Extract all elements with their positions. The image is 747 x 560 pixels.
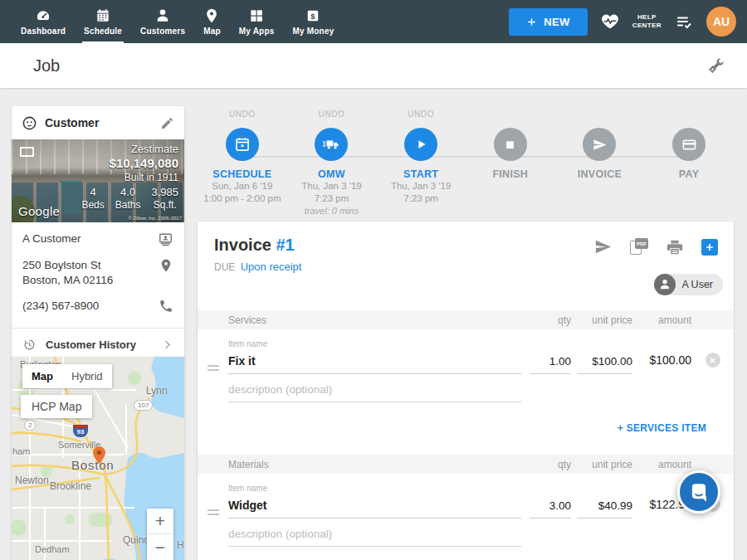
print-icon[interactable] [666, 238, 684, 256]
undo-start-link[interactable]: UNDO [376, 110, 466, 121]
hcp-map-button[interactable]: HCP Map [21, 395, 92, 418]
amount-column-header: amount [632, 459, 691, 470]
nav-item-my-money[interactable]: $ My Money [283, 0, 343, 43]
material-item-name-input[interactable] [228, 499, 521, 519]
zoom-out-button[interactable]: − [147, 534, 173, 560]
add-services-item-link[interactable]: + SERVICES ITEM [618, 422, 706, 434]
customer-card: Customer Zestimate $10,149,080 Built in … [12, 106, 184, 361]
step-label[interactable]: SCHEDULE [198, 168, 287, 180]
nav-label: Customers [140, 27, 185, 36]
step-label[interactable]: PAY [644, 168, 734, 180]
plus-icon [526, 17, 537, 27]
step-label[interactable]: START [376, 168, 466, 180]
hybrid-button[interactable]: Hybrid [62, 364, 112, 388]
customer-phone-row[interactable]: (234) 567-8900 [22, 299, 173, 314]
item-name-label: Item name [228, 339, 521, 348]
google-watermark: Google [18, 204, 60, 218]
drag-handle-icon[interactable] [208, 507, 219, 518]
invoice-step-button[interactable] [583, 128, 616, 161]
address-line1: 250 Boylston St [22, 259, 101, 271]
zestimate-label: Zestimate [81, 143, 178, 155]
qty-column-header: qty [521, 314, 571, 326]
address-line2: Boston, MA 02116 [22, 274, 113, 286]
user-avatar[interactable]: AU [706, 7, 736, 37]
expand-icon[interactable] [20, 147, 34, 157]
service-item-name-input[interactable] [228, 354, 521, 374]
omw-step-button[interactable] [315, 128, 348, 161]
step-invoice: INVOICE [555, 110, 645, 217]
due-value-link[interactable]: Upon receipt [241, 261, 302, 273]
add-invoice-button[interactable] [701, 239, 718, 256]
job-settings-icon[interactable] [707, 56, 725, 75]
nav-item-customers[interactable]: Customers [131, 0, 194, 43]
map-button[interactable]: Map [22, 364, 62, 388]
zestimate-overlay: Zestimate $10,149,080 Built in 1911 4Bed… [81, 143, 178, 211]
services-section-header: Services qty unit price amount [198, 310, 734, 329]
nav-item-my-apps[interactable]: My Apps [230, 0, 284, 43]
invoice-card: Invoice #1 DUE Upon receipt PDF [198, 222, 734, 560]
material-unit-price-input[interactable] [577, 499, 632, 519]
nav-item-schedule[interactable]: Schedule [75, 0, 131, 43]
pdf-icon[interactable]: PDF [630, 238, 648, 256]
tasks-check-icon[interactable] [674, 12, 694, 32]
edit-pencil-icon[interactable] [160, 116, 174, 130]
service-unit-price-input[interactable] [577, 355, 632, 374]
customer-phone: (234) 567-8900 [22, 299, 99, 314]
material-description-input[interactable] [228, 528, 521, 547]
invoice-title-text: Invoice [214, 236, 271, 254]
beds-value: 4 [81, 186, 104, 198]
customer-card-header: Customer [12, 106, 184, 139]
assignee-chip[interactable]: A User [654, 274, 723, 295]
step-finish: FINISH [466, 110, 555, 217]
unit-price-column-header: unit price [571, 314, 632, 326]
remove-service-item-icon[interactable]: ✕ [706, 353, 720, 368]
customer-card-title: Customer [45, 116, 99, 129]
map-label-dedham: Dedham [35, 544, 70, 554]
due-label: DUE [214, 261, 235, 273]
built-year: Built in 1911 [81, 172, 178, 183]
map-label-lynn: Lynn [146, 385, 168, 397]
service-qty-input[interactable] [530, 355, 571, 374]
zoom-in-button[interactable]: + [147, 509, 173, 534]
service-description-input[interactable] [228, 383, 521, 402]
step-time: 7:23 pm [376, 192, 466, 205]
customer-details: A Customer 250 Boylston StBoston, MA 021… [12, 222, 184, 328]
schedule-step-button[interactable] [226, 128, 259, 161]
amount-column-header: amount [632, 314, 691, 326]
nav-item-map[interactable]: Map [194, 0, 230, 43]
send-invoice-icon[interactable] [593, 237, 613, 256]
undo-placeholder [466, 110, 555, 121]
assignee-name: A User [681, 279, 713, 290]
customer-address-row[interactable]: 250 Boylston StBoston, MA 02116 [22, 258, 173, 288]
help-center-link[interactable]: HELP CENTER [632, 13, 662, 30]
undo-schedule-link[interactable]: UNDO [198, 110, 287, 121]
svg-text:$: $ [311, 12, 316, 21]
new-button[interactable]: NEW [509, 8, 588, 36]
finish-step-button[interactable] [494, 128, 527, 161]
credit-card-icon [681, 137, 697, 153]
service-item-row: Item name $100.00 ✕ [198, 329, 734, 374]
pay-step-button[interactable] [672, 128, 706, 161]
step-label[interactable]: INVOICE [555, 168, 645, 180]
help-center-line2: CENTER [632, 22, 662, 30]
step-label[interactable]: FINISH [466, 168, 555, 180]
invoice-number[interactable]: #1 [276, 236, 294, 254]
step-label[interactable]: OMW [287, 168, 377, 180]
drag-handle-icon[interactable] [208, 363, 219, 373]
map-label-newton: Newton [15, 475, 49, 486]
street-view-photo[interactable]: Zestimate $10,149,080 Built in 1911 4Bed… [12, 139, 184, 222]
invoice-due: DUE Upon receipt [214, 261, 717, 273]
undo-omw-link[interactable]: UNDO [287, 110, 377, 121]
page-title: Job [33, 56, 60, 75]
customer-name-row[interactable]: A Customer [22, 231, 173, 247]
person-icon [154, 7, 171, 24]
phone-icon [159, 299, 173, 314]
heart-pulse-icon[interactable] [600, 12, 620, 32]
start-step-button[interactable] [404, 128, 437, 161]
material-qty-input[interactable] [530, 499, 571, 519]
nav-item-dashboard[interactable]: Dashboard [12, 0, 75, 43]
map-type-buttons: Map Hybrid [22, 364, 112, 388]
chat-launcher-button[interactable] [677, 470, 720, 514]
map-widget: Burlington Lynn 107 2 93 Somerville ham … [12, 357, 184, 560]
job-location-pin[interactable] [93, 446, 105, 464]
